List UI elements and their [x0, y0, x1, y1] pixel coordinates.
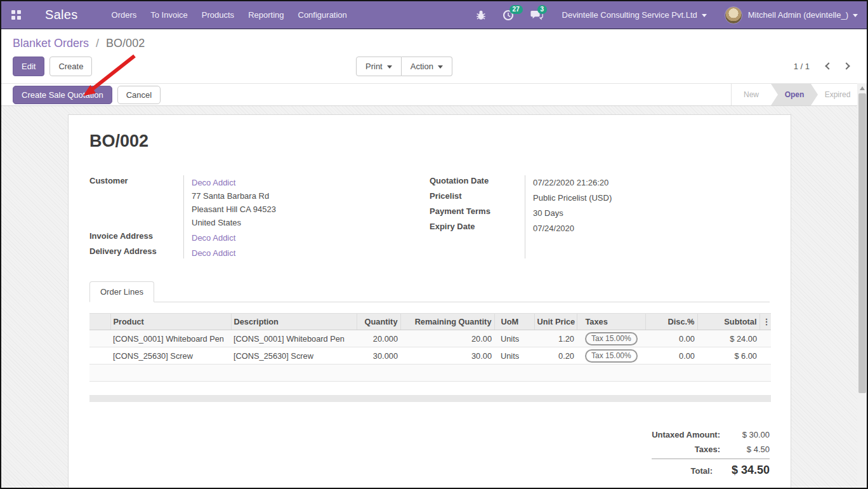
- messages-icon[interactable]: 3: [530, 10, 543, 20]
- menu-reporting[interactable]: Reporting: [241, 1, 291, 29]
- messages-badge: 3: [537, 5, 548, 14]
- field-quotation-date: Quotation Date 07/22/2020 21:26:20: [430, 174, 770, 189]
- tax-tag[interactable]: Tax 15.00%: [585, 332, 638, 345]
- state-open[interactable]: Open: [771, 84, 818, 105]
- menu-to-invoice[interactable]: To Invoice: [143, 1, 195, 29]
- field-pricelist: Pricelist Public Pricelist (USD): [430, 189, 770, 204]
- activities-icon[interactable]: 27: [503, 10, 514, 21]
- optional-columns-icon[interactable]: ⋮: [763, 317, 771, 326]
- breadcrumb-blanket-orders[interactable]: Blanket Orders: [13, 37, 89, 50]
- breadcrumb: Blanket Orders / BO/002: [13, 37, 855, 50]
- content-area: BO/002 Customer Deco Addict 77 Santa Bar…: [1, 106, 867, 488]
- col-subtotal[interactable]: Subtotal: [697, 314, 760, 330]
- pager-count: 1 / 1: [794, 62, 810, 71]
- col-quantity[interactable]: Quantity: [357, 314, 400, 330]
- form-sheet: BO/002 Customer Deco Addict 77 Santa Bar…: [68, 114, 791, 488]
- app-name[interactable]: Sales: [45, 8, 78, 22]
- breadcrumb-current: BO/002: [106, 37, 145, 50]
- app-window: Sales Orders To Invoice Products Reporti…: [0, 0, 868, 489]
- tax-tag[interactable]: Tax 15.00%: [585, 349, 638, 363]
- edit-button[interactable]: Edit: [13, 57, 44, 76]
- pager-next-icon[interactable]: [843, 62, 850, 69]
- total-value: $ 34.50: [713, 464, 770, 477]
- cancel-button[interactable]: Cancel: [117, 86, 161, 104]
- pager: 1 / 1: [794, 57, 849, 76]
- top-navbar: Sales Orders To Invoice Products Reporti…: [1, 1, 867, 29]
- taxes-row: Taxes: $ 4.50: [652, 442, 770, 457]
- customer-address-line: Pleasant Hill CA 94523: [192, 203, 276, 216]
- field-group-left: Customer Deco Addict 77 Santa Barbara Rd…: [89, 174, 410, 260]
- col-description[interactable]: Description: [231, 314, 357, 330]
- chevron-down-icon: [387, 65, 392, 69]
- field-customer: Customer Deco Addict 77 Santa Barbara Rd…: [89, 174, 410, 229]
- untaxed-amount-value: $ 30.00: [720, 430, 770, 439]
- col-uom[interactable]: UoM: [494, 314, 534, 330]
- col-taxes[interactable]: Taxes: [577, 314, 645, 330]
- statusbar-states: New Open Expired: [731, 84, 857, 105]
- invoice-address-link[interactable]: Deco Addict: [192, 233, 235, 243]
- customer-link[interactable]: Deco Addict: [192, 176, 276, 189]
- field-group-right: Quotation Date 07/22/2020 21:26:20 Price…: [430, 174, 770, 260]
- scrollbar-thumb[interactable]: [858, 93, 866, 393]
- action-button[interactable]: Action: [402, 57, 452, 76]
- untaxed-amount-row: Untaxed Amount: $ 30.00: [652, 427, 770, 442]
- vertical-scrollbar[interactable]: [857, 83, 867, 488]
- company-switcher[interactable]: Devintelle Consulting Service Pvt.Ltd: [562, 10, 707, 20]
- chevron-down-icon: [853, 14, 858, 17]
- scroll-up-icon[interactable]: [857, 83, 867, 93]
- menu-products[interactable]: Products: [195, 1, 241, 29]
- col-disc[interactable]: Disc.%: [645, 314, 697, 330]
- action-button-group: Print Action: [356, 57, 452, 76]
- order-lines-table: Product Description Quantity Remaining Q…: [89, 313, 771, 382]
- nav-right: 27 3 Devintelle Consulting Service Pvt.L…: [459, 6, 858, 24]
- section-divider: [89, 395, 771, 402]
- menu-configuration[interactable]: Configuration: [291, 1, 354, 29]
- field-expiry-date: Expiry Date 07/24/2020: [430, 220, 770, 235]
- table-row[interactable]: [CONS_0001] Whiteboard Pen [CONS_0001] W…: [89, 330, 771, 347]
- control-panel: Blanket Orders / BO/002 Edit Create Prin…: [1, 29, 867, 83]
- user-menu[interactable]: Mitchell Admin (devintelle_): [748, 10, 858, 20]
- status-bar: Create Sale Quotation Cancel New Open Ex…: [1, 83, 867, 106]
- debug-icon[interactable]: [476, 10, 486, 20]
- state-new[interactable]: New: [732, 84, 771, 105]
- customer-address-line: United States: [192, 216, 276, 229]
- delivery-address-link[interactable]: Deco Addict: [192, 248, 235, 258]
- notebook: Order Lines: [89, 281, 770, 302]
- activities-badge: 27: [510, 5, 523, 14]
- chevron-down-icon: [702, 14, 707, 17]
- field-invoice-address: Invoice Address Deco Addict: [89, 229, 410, 245]
- customer-address-line: 77 Santa Barbara Rd: [192, 189, 276, 203]
- tab-order-lines[interactable]: Order Lines: [89, 281, 154, 302]
- menu-orders[interactable]: Orders: [105, 1, 144, 29]
- col-product[interactable]: Product: [110, 314, 231, 330]
- user-avatar[interactable]: [725, 6, 742, 24]
- field-delivery-address: Delivery Address Deco Addict: [89, 245, 410, 260]
- table-header-row: Product Description Quantity Remaining Q…: [89, 314, 771, 330]
- taxes-value: $ 4.50: [720, 445, 770, 454]
- total-row: Total: $ 34.50: [652, 459, 770, 479]
- field-payment-terms: Payment Terms 30 Days: [430, 204, 770, 220]
- state-expired[interactable]: Expired: [818, 84, 857, 105]
- apps-menu-icon[interactable]: [11, 10, 21, 20]
- totals-block: Untaxed Amount: $ 30.00 Taxes: $ 4.50 To…: [652, 427, 770, 479]
- chevron-down-icon: [438, 65, 443, 69]
- document-title: BO/002: [89, 131, 770, 151]
- create-sale-quotation-button[interactable]: Create Sale Quotation: [13, 86, 112, 104]
- nav-menu: Orders To Invoice Products Reporting Con…: [105, 1, 354, 29]
- col-remaining-quantity[interactable]: Remaining Quantity: [400, 314, 494, 330]
- col-unit-price[interactable]: Unit Price: [534, 314, 577, 330]
- table-empty-row: [89, 365, 771, 382]
- print-button[interactable]: Print: [356, 57, 402, 76]
- pager-previous-icon[interactable]: [825, 62, 832, 69]
- table-row[interactable]: [CONS_25630] Screw [CONS_25630] Screw 30…: [89, 347, 771, 365]
- create-button[interactable]: Create: [49, 57, 92, 76]
